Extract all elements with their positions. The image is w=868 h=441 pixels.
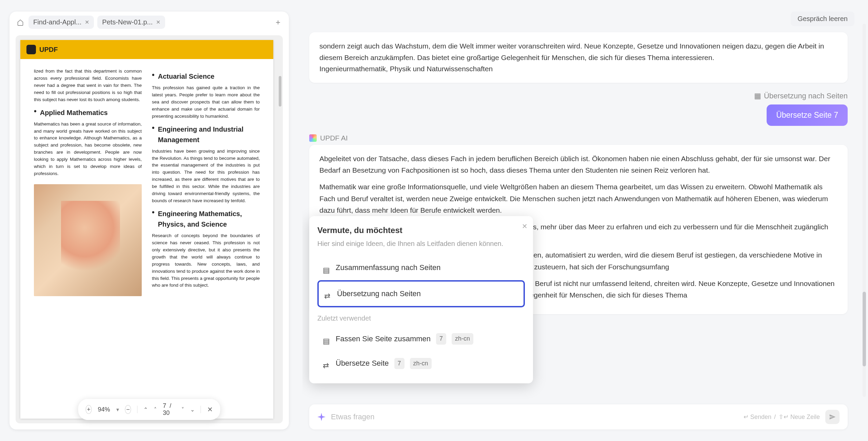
home-button[interactable] bbox=[16, 18, 25, 27]
translate-icon: ▦ bbox=[754, 92, 761, 100]
user-message: Übersetze Seite 7 bbox=[767, 104, 848, 126]
translate-icon: ⇄ bbox=[323, 360, 330, 367]
chat-area: sondern zeigt auch das Wachstum, dem die… bbox=[302, 29, 854, 404]
recent-label: Zuletzt verwendet bbox=[317, 313, 525, 324]
tab-1-label: Find-and-Appl... bbox=[33, 18, 81, 26]
article-photo bbox=[34, 184, 142, 296]
body-text: Industries have been growing and improvi… bbox=[152, 148, 260, 205]
page-header: UPDF bbox=[20, 40, 273, 59]
zoom-value: 94% bbox=[98, 406, 110, 413]
tab-1[interactable]: Find-and-Appl... ✕ bbox=[28, 16, 94, 29]
sparkle-icon bbox=[317, 413, 326, 421]
close-toolbar-icon[interactable]: ✕ bbox=[207, 405, 213, 414]
zoom-out-button[interactable]: − bbox=[125, 405, 131, 414]
translate-icon: ⇄ bbox=[324, 290, 332, 298]
close-icon[interactable]: ✕ bbox=[156, 19, 160, 25]
page-toolbar: + 94% ▾ − ⌃ ˄ 7 / 30 ˅ ⌄ ✕ bbox=[78, 399, 220, 420]
recent-summarize[interactable]: ▤ Fassen Sie Seite zusammen 7 zh-cn bbox=[317, 327, 525, 351]
user-action-label: ▦ Übersetzung nach Seiten bbox=[754, 92, 848, 100]
popup-title: Vermute, du möchtest bbox=[317, 224, 525, 237]
document-viewport: UPDF lized from the fact that this depar… bbox=[16, 35, 283, 423]
page-chip: 7 bbox=[436, 333, 446, 345]
tab-2[interactable]: Pets-New-01.p... ✕ bbox=[97, 16, 165, 29]
body-text: This profession has gained quite a tract… bbox=[152, 84, 260, 120]
close-icon[interactable]: ✕ bbox=[522, 221, 528, 232]
logo-icon bbox=[26, 45, 36, 54]
body-text: Mathematics has been a great source of i… bbox=[34, 121, 142, 177]
heading-eng-math: Engineering Mathematics, Physics, and Sc… bbox=[152, 209, 260, 230]
pdf-page: UPDF lized from the fact that this depar… bbox=[20, 40, 273, 419]
heading-actuarial: Actuarial Science bbox=[152, 71, 260, 82]
page-down-icon[interactable]: ⌄ bbox=[190, 406, 195, 413]
zoom-in-button[interactable]: + bbox=[85, 405, 92, 414]
body-text: lized from the fact that this department… bbox=[34, 68, 142, 103]
suggest-summary-by-page[interactable]: ▤ Zusammenfassung nach Seiten bbox=[317, 255, 525, 280]
lang-chip: zh-cn bbox=[452, 333, 473, 345]
heading-applied-math: Applied Mathematics bbox=[34, 108, 142, 118]
page-number: 7 / 30 bbox=[163, 402, 175, 417]
scrollbar-thumb[interactable] bbox=[279, 76, 281, 107]
clear-chat-button[interactable]: Gespräch leeren bbox=[791, 12, 854, 26]
suggest-translate-by-page[interactable]: ⇄ Übersetzung nach Seiten bbox=[317, 280, 525, 307]
ai-logo-icon bbox=[309, 134, 317, 142]
assistant-message: sondern zeigt auch das Wachstum, dem die… bbox=[309, 32, 848, 83]
logo-text: UPDF bbox=[39, 46, 58, 54]
assistant-message: Abgeleitet von der Tatsache, dass dieses… bbox=[309, 145, 848, 314]
summary-icon: ▤ bbox=[323, 264, 330, 272]
popup-subtitle: Hier sind einige Ideen, die Ihnen als Le… bbox=[317, 238, 525, 249]
page-chip: 7 bbox=[394, 358, 405, 369]
next-page-icon[interactable]: ˅ bbox=[181, 406, 184, 413]
prev-page-icon[interactable]: ˄ bbox=[154, 406, 157, 413]
ai-name-label: UPDF AI bbox=[309, 134, 848, 142]
scrollbar-thumb[interactable] bbox=[863, 292, 866, 366]
input-hints: ↵ Senden / ⇧↵ Neue Zeile bbox=[744, 413, 820, 421]
send-button[interactable] bbox=[825, 410, 840, 424]
suggestion-popup: ✕ Vermute, du möchtest Hier sind einige … bbox=[309, 216, 533, 383]
assistant-text: Abgeleitet von der Tatsache, dass dieses… bbox=[319, 153, 837, 176]
page-up-icon[interactable]: ⌃ bbox=[143, 406, 148, 413]
assistant-text: sondern zeigt auch das Wachstum, dem die… bbox=[319, 40, 837, 63]
summary-icon: ▤ bbox=[323, 335, 330, 343]
assistant-text: Mathematik war eine große Informationsqu… bbox=[319, 181, 837, 216]
tab-2-label: Pets-New-01.p... bbox=[102, 18, 153, 26]
lang-chip: zh-cn bbox=[410, 358, 432, 369]
add-tab-button[interactable]: + bbox=[273, 18, 283, 27]
body-text: Research of concepts beyond the boundari… bbox=[152, 232, 260, 289]
zoom-dropdown-icon[interactable]: ▾ bbox=[116, 406, 119, 413]
tab-bar: Find-and-Appl... ✕ Pets-New-01.p... ✕ + bbox=[9, 12, 289, 33]
recent-translate[interactable]: ⇄ Übersetze Seite 7 zh-cn bbox=[317, 351, 525, 376]
assistant-text: Ingenieurmathematik, Physik und Naturwis… bbox=[319, 63, 837, 75]
chat-input-bar: ↵ Senden / ⇧↵ Neue Zeile bbox=[309, 404, 848, 429]
chat-input[interactable] bbox=[331, 413, 738, 421]
heading-eng-ind: Engineering and Industrial Management bbox=[152, 124, 260, 145]
document-window: Find-and-Appl... ✕ Pets-New-01.p... ✕ + … bbox=[9, 12, 289, 429]
close-icon[interactable]: ✕ bbox=[85, 19, 89, 25]
